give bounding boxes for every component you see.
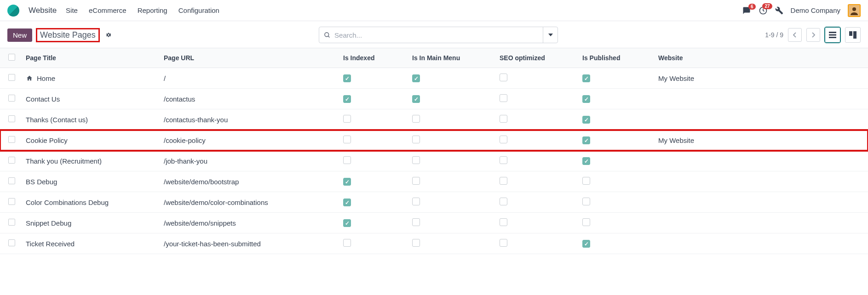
mainmenu-checkbox[interactable] bbox=[412, 218, 420, 226]
navbar-right: 6 27 Demo Company bbox=[742, 4, 861, 17]
seo-checkbox[interactable] bbox=[500, 198, 507, 205]
indexed-checkbox[interactable] bbox=[343, 136, 351, 143]
seo-checkbox[interactable] bbox=[500, 115, 507, 123]
indexed-checkbox[interactable] bbox=[343, 239, 351, 247]
row-select-checkbox[interactable] bbox=[8, 115, 15, 122]
published-checkbox[interactable] bbox=[582, 116, 590, 124]
nav-site[interactable]: Site bbox=[66, 6, 78, 14]
search-bar bbox=[319, 27, 558, 43]
seo-checkbox[interactable] bbox=[500, 156, 507, 164]
company-name[interactable]: Demo Company bbox=[791, 6, 840, 14]
pager-prev-button[interactable] bbox=[788, 28, 802, 42]
mainmenu-checkbox[interactable] bbox=[412, 156, 420, 164]
pager-next-button[interactable] bbox=[806, 28, 820, 42]
breadcrumb[interactable]: Website Pages bbox=[40, 30, 96, 40]
new-button[interactable]: New bbox=[7, 28, 32, 42]
published-checkbox[interactable] bbox=[582, 198, 590, 205]
debug-button[interactable] bbox=[775, 6, 783, 15]
view-settings-button[interactable] bbox=[105, 32, 112, 38]
seo-checkbox[interactable] bbox=[500, 74, 507, 81]
app-logo[interactable] bbox=[7, 5, 19, 17]
view-list-button[interactable] bbox=[825, 27, 840, 43]
indexed-checkbox[interactable] bbox=[343, 219, 351, 227]
table-row[interactable]: Snippet Debug/website/demo/snippets bbox=[0, 213, 868, 233]
svg-rect-8 bbox=[849, 31, 852, 36]
table-row[interactable]: Color Combinations Debug/website/demo/co… bbox=[0, 192, 868, 213]
page-title-cell: Color Combinations Debug bbox=[26, 199, 109, 206]
table-row[interactable]: Contact Us/contactus bbox=[0, 89, 868, 109]
page-url-cell: /website/demo/color-combinations bbox=[159, 192, 339, 213]
mainmenu-checkbox[interactable] bbox=[412, 136, 420, 143]
seo-checkbox[interactable] bbox=[500, 239, 507, 247]
row-select-checkbox[interactable] bbox=[8, 74, 15, 81]
indexed-checkbox[interactable] bbox=[343, 199, 351, 206]
select-all-checkbox[interactable] bbox=[8, 54, 15, 61]
indexed-checkbox[interactable] bbox=[343, 156, 351, 164]
nav-reporting[interactable]: Reporting bbox=[138, 6, 167, 14]
website-cell bbox=[654, 109, 868, 130]
navbar-left: Website Site eCommerce Reporting Configu… bbox=[7, 5, 219, 17]
search-input[interactable] bbox=[334, 31, 538, 39]
published-checkbox[interactable] bbox=[582, 74, 590, 82]
published-checkbox[interactable] bbox=[582, 136, 590, 144]
caret-down-icon bbox=[548, 34, 553, 36]
seo-checkbox[interactable] bbox=[500, 94, 507, 102]
mainmenu-checkbox[interactable] bbox=[412, 177, 420, 185]
svg-point-3 bbox=[325, 32, 329, 36]
col-header-published[interactable]: Is Published bbox=[578, 48, 654, 68]
col-header-website[interactable]: Website bbox=[654, 48, 868, 68]
table-row[interactable]: Home/My Website bbox=[0, 68, 868, 89]
published-checkbox[interactable] bbox=[582, 240, 590, 248]
page-title-cell: BS Debug bbox=[26, 178, 57, 186]
published-checkbox[interactable] bbox=[582, 95, 590, 103]
page-title-cell: Thank you (Recruitment) bbox=[26, 157, 102, 165]
mainmenu-checkbox[interactable] bbox=[412, 239, 420, 247]
mainmenu-checkbox[interactable] bbox=[412, 95, 420, 103]
table-row[interactable]: Thank you (Recruitment)/job-thank-you bbox=[0, 151, 868, 171]
search-dropdown-button[interactable] bbox=[543, 27, 558, 43]
table-row[interactable]: BS Debug/website/demo/bootstrap bbox=[0, 171, 868, 192]
table-row[interactable]: Ticket Received/your-ticket-has-been-sub… bbox=[0, 233, 868, 254]
pages-table: Page Title Page URL Is Indexed Is In Mai… bbox=[0, 48, 868, 254]
mainmenu-checkbox[interactable] bbox=[412, 74, 420, 82]
messages-button[interactable]: 6 bbox=[742, 6, 751, 15]
nav-configuration[interactable]: Configuration bbox=[178, 6, 219, 14]
row-select-checkbox[interactable] bbox=[8, 219, 15, 226]
col-header-url[interactable]: Page URL bbox=[159, 48, 339, 68]
indexed-checkbox[interactable] bbox=[343, 115, 351, 123]
row-select-checkbox[interactable] bbox=[8, 177, 15, 184]
seo-checkbox[interactable] bbox=[500, 218, 507, 226]
row-select-checkbox[interactable] bbox=[8, 198, 15, 205]
row-select-checkbox[interactable] bbox=[8, 239, 15, 246]
published-checkbox[interactable] bbox=[582, 157, 590, 165]
search-icon bbox=[324, 32, 331, 39]
app-name[interactable]: Website bbox=[29, 6, 57, 15]
row-select-checkbox[interactable] bbox=[8, 157, 15, 164]
table-row[interactable]: Thanks (Contact us)/contactus-thank-you bbox=[0, 109, 868, 130]
nav-ecommerce[interactable]: eCommerce bbox=[89, 6, 126, 14]
row-select-checkbox[interactable] bbox=[8, 136, 15, 143]
table-row[interactable]: Cookie Policy/cookie-policyMy Website bbox=[0, 130, 868, 151]
row-select-checkbox[interactable] bbox=[8, 95, 15, 102]
page-title-cell: Snippet Debug bbox=[26, 219, 71, 227]
mainmenu-checkbox[interactable] bbox=[412, 115, 420, 123]
col-header-seo[interactable]: SEO optimized bbox=[495, 48, 578, 68]
pager-text[interactable]: 1-9 / 9 bbox=[765, 31, 783, 39]
col-header-indexed[interactable]: Is Indexed bbox=[339, 48, 408, 68]
indexed-checkbox[interactable] bbox=[343, 95, 351, 103]
activities-button[interactable]: 27 bbox=[759, 6, 768, 15]
col-header-mainmenu[interactable]: Is In Main Menu bbox=[408, 48, 495, 68]
mainmenu-checkbox[interactable] bbox=[412, 198, 420, 205]
seo-checkbox[interactable] bbox=[500, 177, 507, 185]
indexed-checkbox[interactable] bbox=[343, 178, 351, 186]
website-cell: My Website bbox=[654, 68, 868, 89]
website-cell bbox=[654, 171, 868, 192]
seo-checkbox[interactable] bbox=[500, 136, 507, 143]
user-avatar[interactable] bbox=[848, 4, 861, 17]
indexed-checkbox[interactable] bbox=[343, 74, 351, 82]
published-checkbox[interactable] bbox=[582, 177, 590, 185]
col-header-title[interactable]: Page Title bbox=[21, 48, 159, 68]
published-checkbox[interactable] bbox=[582, 218, 590, 226]
view-kanban-button[interactable] bbox=[845, 27, 861, 43]
website-cell bbox=[654, 89, 868, 109]
